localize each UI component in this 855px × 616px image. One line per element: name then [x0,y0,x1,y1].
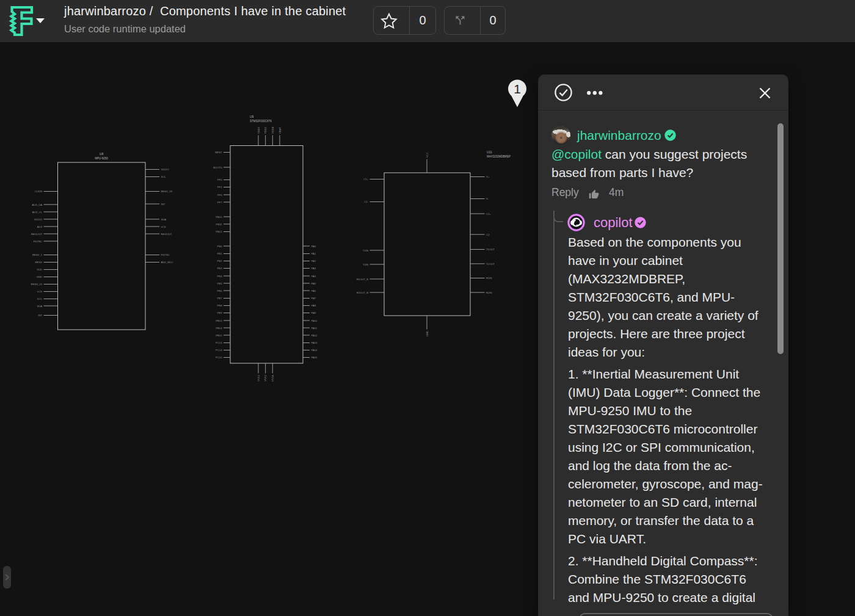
svg-text:U8: U8 [100,152,104,156]
svg-text:PA8: PA8 [311,304,316,307]
svg-text:PA3: PA3 [311,267,316,270]
svg-text:FSYNC: FSYNC [34,240,42,243]
svg-text:AD0_SDO: AD0_SDO [161,261,173,264]
svg-text:T1IN: T1IN [363,249,368,252]
svg-text:VCC: VCC [426,152,429,158]
svg-text:PB7: PB7 [217,297,223,300]
svg-text:PF7: PF7 [217,201,222,204]
svg-text:C2+: C2+ [486,212,491,216]
svg-text:1: 1 [514,82,521,96]
svg-text:PA2: PA2 [311,259,316,263]
svg-text:VDD1: VDD1 [257,126,260,134]
svg-text:AUX_CL: AUX_CL [32,211,43,214]
svg-text:PB10: PB10 [216,216,222,219]
svg-text:VSSA: VSSA [271,375,274,382]
svg-text:U9: U9 [250,115,254,118]
svg-text:PF1: PF1 [217,186,222,189]
svg-text:PA13: PA13 [311,341,318,344]
svg-text:SDA: SDA [37,305,42,308]
svg-text:REGOUT: REGOUT [161,233,172,236]
svg-text:RESV: RESV [35,261,43,264]
svg-text:SDA: SDA [161,218,167,221]
svg-text:VDDIO: VDDIO [34,218,43,221]
svg-text:RESV_1: RESV_1 [32,253,43,256]
svg-text:PB8: PB8 [217,304,223,307]
svg-text:PC15: PC15 [216,356,222,359]
svg-text:MPU-9250: MPU-9250 [95,157,108,160]
svg-text:PB11: PB11 [216,223,223,226]
svg-text:GND: GND [426,331,429,336]
svg-text:T1OUT: T1OUT [486,248,495,251]
svg-text:PB9: PB9 [217,311,223,314]
svg-text:PA5: PA5 [311,282,316,285]
svg-text:C1+: C1+ [363,178,368,181]
svg-text:R1OUT_B: R1OUT_B [357,278,369,281]
svg-text:BOOT0: BOOT0 [213,166,222,169]
svg-text:VSS2: VSS2 [264,374,267,381]
svg-text:VDDA: VDDA [271,126,274,134]
svg-text:AD0: AD0 [37,225,43,228]
svg-text:PB14: PB14 [216,327,222,330]
svg-text:PA9: PA9 [311,311,316,314]
svg-text:R2OUT_B: R2OUT_B [357,291,369,294]
svg-text:VBAT: VBAT [278,127,282,134]
svg-text:GND: GND [37,275,42,278]
svg-text:nCS: nCS [161,225,166,228]
svg-text:PA7: PA7 [311,297,316,300]
svg-text:C1-: C1- [364,200,368,203]
svg-text:T2OUT: T2OUT [486,263,495,266]
svg-text:PB15: PB15 [216,334,222,337]
svg-text:VDD: VDD [37,268,42,271]
svg-text:VSS1: VSS1 [257,374,260,381]
svg-text:SCL: SCL [37,297,43,300]
svg-text:PA4: PA4 [311,275,316,278]
svg-text:VDD2: VDD2 [264,126,267,134]
svg-text:PB3: PB3 [217,267,223,270]
svg-text:C2-: C2- [486,233,490,236]
svg-text:PB13: PB13 [216,319,222,322]
svg-text:CLKIN: CLKIN [35,190,42,193]
svg-text:PA0: PA0 [311,245,316,248]
svg-text:PB12: PB12 [216,230,222,233]
svg-text:PF6: PF6 [217,194,222,197]
svg-text:PA10: PA10 [311,319,318,322]
svg-text:PC14: PC14 [216,349,222,352]
svg-text:PC13: PC13 [216,341,222,344]
svg-text:PA15: PA15 [311,356,318,359]
svg-text:SCL: SCL [161,175,167,178]
svg-text:PA14: PA14 [311,349,318,352]
svg-text:INT: INT [38,314,42,317]
svg-text:RESV_19: RESV_19 [161,190,173,193]
svg-text:PA12: PA12 [311,334,318,337]
svg-text:REGOUT: REGOUT [31,233,42,236]
svg-text:AUX_DA: AUX_DA [32,203,42,206]
svg-text:R2IN: R2IN [486,291,492,294]
svg-text:U11: U11 [487,150,492,154]
svg-text:PA1: PA1 [311,252,316,255]
svg-text:INT: INT [161,203,166,206]
svg-text:STM32F030C6T6: STM32F030C6T6 [250,120,272,123]
svg-text:nCS: nCS [37,290,42,293]
svg-text:RESV_20: RESV_20 [31,283,43,286]
svg-text:PA11: PA11 [311,327,318,330]
svg-text:T2IN: T2IN [363,263,368,266]
svg-text:PB1: PB1 [217,252,223,255]
svg-text:NRST: NRST [215,151,222,154]
svg-text:MAX3232MDBREP: MAX3232MDBREP [487,155,511,158]
svg-text:PB5: PB5 [217,282,223,285]
svg-text:R1IN: R1IN [486,277,492,280]
svg-text:PB0: PB0 [217,245,223,248]
svg-text:PF0: PF0 [217,178,222,181]
svg-text:PA6: PA6 [311,289,316,292]
svg-text:VDDIO: VDDIO [161,168,170,171]
svg-text:V+: V+ [486,175,490,178]
svg-text:PB2: PB2 [217,259,223,263]
svg-text:PB6: PB6 [217,289,223,292]
svg-text:FSYNC: FSYNC [161,253,170,256]
svg-text:PB4: PB4 [217,275,223,278]
svg-text:V-: V- [486,197,489,200]
